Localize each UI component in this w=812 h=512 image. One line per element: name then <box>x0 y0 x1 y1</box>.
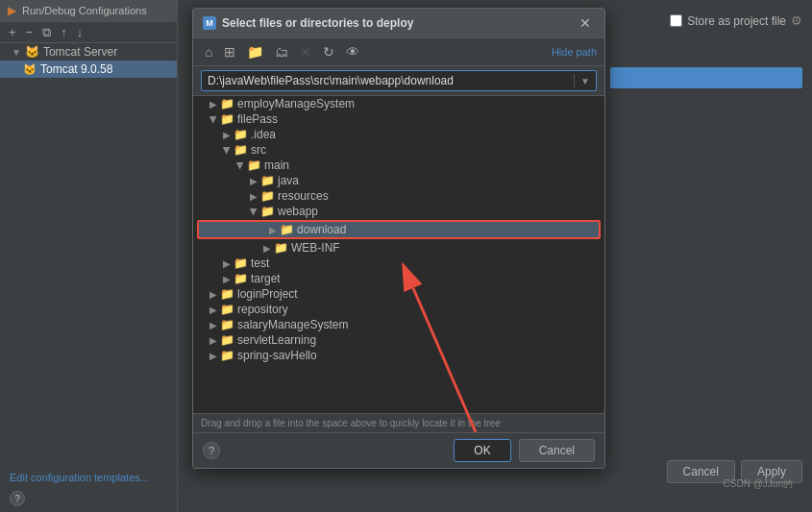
ft-arrow-10: ▶ <box>220 258 234 269</box>
ft-folder-16: 📁 <box>220 349 234 362</box>
path-input[interactable] <box>202 71 574 90</box>
store-as-project-option: Store as project file ⚙ <box>670 13 802 28</box>
ft-item-employManageSystem[interactable]: ▶ 📁 employManageSystem <box>193 96 604 111</box>
modal-close-btn[interactable]: ✕ <box>576 14 595 32</box>
tree-item-tomcat958[interactable]: 🐱 Tomcat 9.0.58 <box>0 61 177 78</box>
ft-label-4: main <box>264 158 289 172</box>
ft-label-3: src <box>251 143 266 157</box>
ft-item-loginproject[interactable]: ▶ 📁 loginProject <box>193 286 604 302</box>
ft-folder-14: 📁 <box>220 318 234 331</box>
edit-config-link[interactable]: Edit configuration templates... <box>10 472 149 483</box>
ft-folder-12: 📁 <box>220 287 234 301</box>
sidebar-titlebar: ▶ Run/Debug Configurations <box>0 0 177 22</box>
run-debug-icon: ▶ <box>8 4 16 17</box>
folder-up-btn[interactable]: 🗂 <box>271 42 292 61</box>
copy-config-btn[interactable]: ⧉ <box>39 25 54 39</box>
ft-folder-13: 📁 <box>220 303 234 316</box>
ft-arrow-2: ▶ <box>220 130 234 140</box>
store-as-project-label: Store as project file <box>687 14 786 28</box>
ft-folder-3: 📁 <box>234 143 248 157</box>
ft-label-8: download <box>297 223 346 236</box>
ft-item-filePass[interactable]: ▶ 📁 filePass <box>193 111 604 127</box>
help-btn-sidebar[interactable]: ? <box>10 491 25 506</box>
ft-arrow-0: ▶ <box>207 99 220 110</box>
ft-arrow-13: ▶ <box>207 305 220 315</box>
path-dropdown-btn[interactable]: ▼ <box>574 74 596 88</box>
ft-item-java[interactable]: ▶ 📁 java <box>193 173 604 188</box>
sidebar-toolbar: + − ⧉ ↑ ↓ <box>0 22 177 43</box>
expand-arrow: ▼ <box>12 47 21 58</box>
sidebar: ▶ Run/Debug Configurations + − ⧉ ↑ ↓ ▼ 🐱… <box>0 0 178 512</box>
ft-arrow-8: ▶ <box>266 225 280 235</box>
modal-help-btn[interactable]: ? <box>203 442 220 459</box>
delete-btn[interactable]: ✕ <box>296 42 315 61</box>
ft-label-7: webapp <box>278 205 318 218</box>
blue-bar <box>610 67 802 88</box>
ft-label-0: employManageSystem <box>237 97 355 110</box>
ft-item-main[interactable]: ▶ 📁 main <box>193 158 604 173</box>
ft-arrow-6: ▶ <box>247 191 260 202</box>
ft-label-13: repository <box>237 303 288 316</box>
ft-label-12: loginProject <box>237 287 298 301</box>
ft-arrow-14: ▶ <box>207 320 220 330</box>
watermark: CSDN @JJun的 <box>724 477 793 491</box>
modal-cancel-btn[interactable]: Cancel <box>519 439 595 462</box>
ft-item-test[interactable]: ▶ 📁 test <box>193 256 604 271</box>
show-hidden-btn[interactable]: 👁 <box>342 42 363 61</box>
modal-title-left: M Select files or directories to deploy <box>203 16 413 30</box>
ft-arrow-11: ▶ <box>220 274 234 284</box>
ft-label-11: target <box>251 272 281 285</box>
ft-label-15: servletLearning <box>237 333 316 347</box>
ft-item-src[interactable]: ▶ 📁 src <box>193 142 604 158</box>
ft-folder-1: 📁 <box>220 112 234 126</box>
sidebar-title: Run/Debug Configurations <box>22 5 147 16</box>
ft-item-idea[interactable]: ▶ 📁 .idea <box>193 127 604 142</box>
hide-path-link[interactable]: Hide path <box>552 46 597 58</box>
tomcat-config-icon: 🐱 <box>23 63 37 76</box>
ft-item-spring[interactable]: ▶ 📁 spring-savHello <box>193 348 604 363</box>
refresh-btn[interactable]: ↻ <box>319 42 338 61</box>
move-down-btn[interactable]: ↓ <box>74 25 86 39</box>
ft-folder-4: 📁 <box>247 158 261 172</box>
path-input-wrapper: ▼ <box>201 70 597 91</box>
store-as-project-checkbox[interactable] <box>670 14 682 27</box>
ft-arrow-1: ▶ <box>209 112 219 126</box>
remove-config-btn[interactable]: − <box>23 25 37 39</box>
ft-arrow-12: ▶ <box>207 289 220 300</box>
desktop-btn[interactable]: ⊞ <box>220 42 239 61</box>
ft-arrow-9: ▶ <box>260 243 274 254</box>
hint-text: Drag and drop a file into the space abov… <box>193 413 604 432</box>
ft-label-14: salaryManageSystem <box>237 318 348 331</box>
ft-item-servlet[interactable]: ▶ 📁 servletLearning <box>193 332 604 348</box>
ft-item-webapp[interactable]: ▶ 📁 webapp <box>193 204 604 219</box>
ft-item-repository[interactable]: ▶ 📁 repository <box>193 302 604 317</box>
ft-label-10: test <box>251 256 269 270</box>
gear-icon[interactable]: ⚙ <box>791 13 802 28</box>
ft-item-resources[interactable]: ▶ 📁 resources <box>193 188 604 204</box>
ft-label-5: java <box>278 174 299 187</box>
ft-label-16: spring-savHello <box>237 349 317 362</box>
move-up-btn[interactable]: ↑ <box>58 25 70 39</box>
add-config-btn[interactable]: + <box>6 25 19 39</box>
ft-item-salary[interactable]: ▶ 📁 salaryManageSystem <box>193 317 604 332</box>
tree-group-tomcat[interactable]: ▼ 🐱 Tomcat Server <box>0 43 177 61</box>
tomcat-config-label: Tomcat 9.0.58 <box>40 62 112 76</box>
ft-label-1: filePass <box>237 112 278 126</box>
file-tree: ▶ 📁 employManageSystem ▶ 📁 filePass ▶ 📁 … <box>193 96 604 413</box>
modal-dialog: M Select files or directories to deploy … <box>192 8 605 469</box>
tomcat-server-label: Tomcat Server <box>43 45 117 59</box>
tomcat-icon: 🐱 <box>25 45 39 59</box>
modal-toolbar-left: ⌂ ⊞ 📁 🗂 ✕ ↻ 👁 <box>201 42 363 61</box>
modal-footer: ? OK Cancel <box>193 432 604 468</box>
ft-folder-5: 📁 <box>260 174 275 187</box>
new-folder-btn[interactable]: 📁 <box>243 42 267 61</box>
ft-arrow-15: ▶ <box>207 335 220 346</box>
ft-item-download[interactable]: ▶ 📁 download <box>197 220 601 239</box>
home-btn[interactable]: ⌂ <box>201 42 216 61</box>
ft-item-webinf[interactable]: ▶ 📁 WEB-INF <box>193 240 604 256</box>
ft-folder-7: 📁 <box>260 205 275 218</box>
modal-title: Select files or directories to deploy <box>222 16 413 30</box>
ft-item-target[interactable]: ▶ 📁 target <box>193 271 604 286</box>
modal-ok-btn[interactable]: OK <box>454 439 510 462</box>
ft-folder-6: 📁 <box>260 189 275 203</box>
